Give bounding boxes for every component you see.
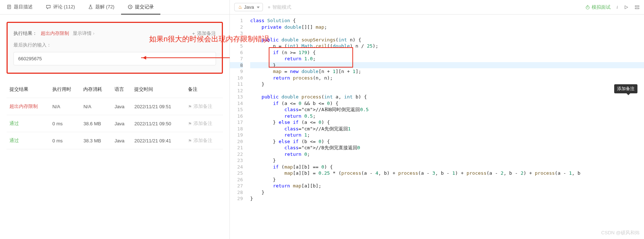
history-icon bbox=[128, 4, 133, 9]
tab-description[interactable]: 题目描述 bbox=[0, 0, 39, 15]
col-submit-time: 提交时间 bbox=[131, 81, 185, 98]
svg-rect-6 bbox=[635, 5, 639, 7]
add-note-button[interactable]: 添加备注 bbox=[192, 30, 216, 37]
cell-submit-time: 2022/11/21 09:41 bbox=[131, 132, 185, 149]
flag-icon bbox=[188, 104, 192, 109]
last-input-label: 最后执行的输入： bbox=[13, 42, 216, 48]
flag-icon bbox=[188, 138, 192, 143]
annotation-arrow bbox=[141, 57, 230, 58]
language-select[interactable]: ♨Java bbox=[234, 3, 263, 11]
plus-icon bbox=[192, 31, 196, 36]
mock-interview-button[interactable]: 模拟面试 bbox=[585, 4, 611, 11]
tab-bar: 题目描述 评论 (112) 题解 (72) 提交记录 bbox=[0, 0, 229, 15]
cell-note[interactable]: 添加备注 bbox=[185, 115, 223, 132]
submissions-table: 添加备注 提交结果 执行用时 内存消耗 语言 提交时间 备注 超出内存限制N/A… bbox=[7, 81, 223, 149]
code-content[interactable]: class Solution { private double[][] map;… bbox=[247, 15, 644, 239]
cell-time: N/A bbox=[49, 98, 80, 115]
result-panel: 执行结果： 超出内存限制 显示详情 添加备注 最后执行的输入： 66029567… bbox=[7, 22, 223, 74]
smart-mode-toggle[interactable]: 智能模式 bbox=[268, 4, 291, 11]
cell-lang: Java bbox=[112, 132, 132, 149]
cell-note[interactable]: 添加备注 bbox=[185, 132, 223, 149]
dot-icon bbox=[268, 6, 270, 8]
document-icon bbox=[7, 4, 12, 9]
timer-icon bbox=[585, 5, 590, 10]
last-input-value: 660295675 bbox=[13, 52, 216, 65]
result-status: 超出内存限制 bbox=[41, 30, 69, 37]
cell-lang: Java bbox=[112, 115, 132, 132]
cell-result: 通过 bbox=[7, 115, 49, 132]
cell-submit-time: 2022/11/21 09:51 bbox=[131, 98, 185, 115]
code-editor[interactable]: 1234567891011121314151617181920212223242… bbox=[230, 15, 644, 239]
run-icon[interactable] bbox=[624, 5, 629, 10]
tab-label: 题解 (72) bbox=[95, 4, 115, 10]
editor-toolbar: ♨Java 智能模式 模拟面试 i bbox=[230, 0, 644, 15]
col-result: 提交结果 bbox=[7, 81, 49, 98]
table-row[interactable]: 通过0 ms38.6 MBJava2022/11/21 09:50 添加备注 bbox=[7, 115, 223, 132]
settings-icon[interactable] bbox=[635, 5, 640, 10]
cell-memory: N/A bbox=[80, 98, 111, 115]
comment-icon bbox=[46, 4, 51, 9]
info-icon[interactable]: i bbox=[616, 4, 618, 10]
table-row[interactable]: 超出内存限制N/AN/AJava2022/11/21 09:51 添加备注 bbox=[7, 98, 223, 115]
cell-note[interactable]: 添加备注 bbox=[185, 98, 223, 115]
cell-memory: 38.6 MB bbox=[80, 115, 111, 132]
result-label: 执行结果： bbox=[13, 30, 37, 37]
col-lang: 语言 bbox=[112, 81, 132, 98]
java-icon: ♨ bbox=[238, 4, 243, 10]
watermark: CSDN @硕风和炜 bbox=[601, 230, 640, 236]
col-time: 执行用时 bbox=[49, 81, 80, 98]
col-memory: 内存消耗 bbox=[80, 81, 111, 98]
cell-memory: 38.3 MB bbox=[80, 132, 111, 149]
cell-lang: Java bbox=[112, 98, 132, 115]
cell-result: 超出内存限制 bbox=[7, 98, 49, 115]
svg-rect-7 bbox=[635, 8, 639, 9]
line-gutter: 1234567891011121314151617181920212223242… bbox=[230, 15, 247, 239]
cell-submit-time: 2022/11/21 09:50 bbox=[131, 115, 185, 132]
tab-label: 提交记录 bbox=[135, 4, 154, 10]
col-note: 备注 bbox=[185, 81, 223, 98]
show-detail-link[interactable]: 显示详情 bbox=[73, 30, 95, 37]
flag-icon bbox=[188, 121, 192, 126]
table-row[interactable]: 通过0 ms38.3 MBJava2022/11/21 09:41 添加备注 bbox=[7, 132, 223, 149]
tab-label: 评论 (112) bbox=[53, 4, 75, 10]
flask-icon bbox=[88, 4, 93, 9]
cell-result: 通过 bbox=[7, 132, 49, 149]
tab-submissions[interactable]: 提交记录 bbox=[121, 0, 160, 15]
cell-time: 0 ms bbox=[49, 132, 80, 149]
tab-comments[interactable]: 评论 (112) bbox=[39, 0, 81, 15]
tab-solutions[interactable]: 题解 (72) bbox=[81, 0, 121, 15]
cell-time: 0 ms bbox=[49, 115, 80, 132]
tab-label: 题目描述 bbox=[14, 4, 33, 10]
